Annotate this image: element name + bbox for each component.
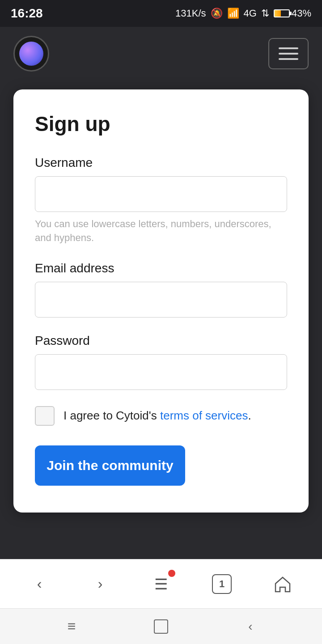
browser-tabs-button[interactable]: 1 <box>204 566 240 602</box>
android-menu-button[interactable]: ≡ <box>58 613 85 640</box>
terms-label: I agree to Cytoid's terms of services. <box>64 407 251 424</box>
back-chevron-icon: ‹ <box>37 576 42 592</box>
browser-menu-icon: ☰ <box>154 575 168 593</box>
browser-back-button[interactable]: ‹ <box>21 566 57 602</box>
terms-checkbox[interactable] <box>35 406 55 426</box>
status-right-icons: 131K/s 🔕 📶 4G ⇅ 43% <box>175 8 311 19</box>
android-recents-icon <box>154 619 168 634</box>
app-header <box>0 27 322 80</box>
battery-indicator: 43% <box>274 8 311 19</box>
browser-nav-bar: ‹ › ☰ 1 <box>0 559 322 608</box>
network-type: 4G <box>244 8 257 19</box>
join-community-button[interactable]: Join the community <box>35 445 185 486</box>
android-back-button[interactable]: ‹ <box>237 613 264 640</box>
app-logo <box>13 36 49 72</box>
signup-form-card: Sign up Username You can use lowercase l… <box>13 89 309 513</box>
terms-link[interactable]: terms of services <box>160 409 248 422</box>
home-icon <box>273 575 292 593</box>
password-input[interactable] <box>35 354 287 390</box>
email-label: Email address <box>35 261 287 275</box>
browser-home-button[interactable] <box>265 566 301 602</box>
terms-suffix: . <box>248 409 251 422</box>
menu-line-3 <box>279 58 298 60</box>
username-input[interactable] <box>35 176 287 212</box>
android-recents-button[interactable] <box>148 613 174 640</box>
logo-graphic <box>19 42 43 66</box>
username-hint: You can use lowercase letters, numbers, … <box>35 217 287 245</box>
password-label: Password <box>35 334 287 348</box>
terms-prefix: I agree to Cytoid's <box>64 409 160 422</box>
data-icon: ⇅ <box>261 8 269 19</box>
join-button-label: Join the community <box>47 458 173 473</box>
status-time: 16:28 <box>11 6 43 21</box>
username-field-group: Username You can use lowercase letters, … <box>35 156 287 245</box>
status-bar: 16:28 131K/s 🔕 📶 4G ⇅ 43% <box>0 0 322 27</box>
main-content: Sign up Username You can use lowercase l… <box>0 80 322 559</box>
username-label: Username <box>35 156 287 170</box>
terms-checkbox-row: I agree to Cytoid's terms of services. <box>35 406 287 426</box>
tab-count: 1 <box>212 574 232 594</box>
menu-line-1 <box>279 47 298 49</box>
email-field-group: Email address <box>35 261 287 318</box>
email-input[interactable] <box>35 282 287 318</box>
android-nav-bar: ≡ ‹ <box>0 608 322 644</box>
forward-chevron-icon: › <box>98 576 103 592</box>
android-menu-icon: ≡ <box>68 618 76 635</box>
browser-menu-button[interactable]: ☰ <box>143 566 179 602</box>
android-back-icon: ‹ <box>248 619 252 634</box>
battery-percent: 43% <box>292 8 311 19</box>
menu-button[interactable] <box>268 38 309 69</box>
menu-line-2 <box>279 53 298 55</box>
menu-notification-badge <box>168 570 175 577</box>
mute-icon: 🔕 <box>211 8 223 19</box>
signal-icon: 📶 <box>227 8 239 19</box>
form-title: Sign up <box>35 112 287 136</box>
browser-forward-button[interactable]: › <box>82 566 118 602</box>
password-field-group: Password <box>35 334 287 390</box>
network-speed: 131K/s <box>175 8 206 19</box>
